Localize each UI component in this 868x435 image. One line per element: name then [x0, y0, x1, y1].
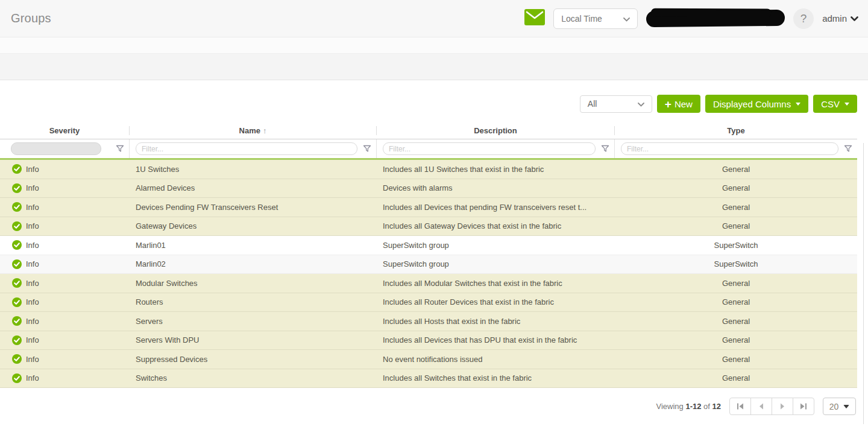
cell-description: Includes all Modular Switches that exist… — [377, 279, 615, 288]
viewing-summary: Viewing 1-12 of 12 — [656, 402, 721, 411]
funnel-icon[interactable] — [116, 145, 124, 153]
column-header-name[interactable]: Name↑ — [130, 126, 377, 135]
cell-name: Suppressed Devices — [130, 355, 377, 364]
caret-down-icon — [796, 103, 800, 106]
cell-description: Includes all Switches that exist in the … — [377, 373, 615, 383]
filter-cell-description — [377, 139, 615, 158]
cell-name: Alarmed Devices — [130, 183, 377, 192]
user-name: admin — [822, 13, 847, 24]
cell-type: SuperSwitch — [615, 241, 857, 250]
table-row[interactable]: Info Servers Includes all Hosts that exi… — [0, 312, 857, 331]
table-row[interactable]: Info Marlin02 SuperSwitch group SuperSwi… — [0, 255, 857, 275]
cell-description: Includes all 1U Switches that exist in t… — [377, 165, 615, 174]
cell-description: Includes all Router Devices that exist i… — [377, 297, 615, 306]
page-header: Groups Local Time ? admin — [0, 0, 868, 37]
check-circle-icon — [12, 202, 22, 212]
cell-name: 1U Switches — [130, 165, 377, 174]
cell-type: General — [615, 165, 857, 174]
table-body: Info 1U Switches Includes all 1U Switche… — [0, 158, 857, 388]
filter-cell-type — [615, 139, 857, 158]
next-page-button[interactable] — [772, 398, 793, 415]
cell-description: Includes all Devices that has DPU that e… — [377, 335, 615, 345]
check-circle-icon — [12, 221, 22, 231]
cell-name: Servers With DPU — [130, 335, 377, 345]
new-button[interactable]: + New — [657, 95, 700, 113]
cell-type: General — [615, 355, 857, 364]
cell-severity: Info — [0, 240, 130, 250]
table-row[interactable]: Info Switches Includes all Switches that… — [0, 369, 857, 389]
plus-icon: + — [665, 98, 671, 110]
funnel-icon[interactable] — [844, 145, 852, 153]
funnel-icon[interactable] — [363, 145, 371, 153]
table-row[interactable]: Info Suppressed Devices No event notific… — [0, 350, 857, 369]
cell-name: Marlin01 — [130, 241, 377, 250]
cell-name: Devices Pending FW Transceivers Reset — [130, 203, 377, 212]
severity-label: Info — [26, 259, 39, 268]
severity-label: Info — [26, 165, 39, 174]
csv-button-label: CSV — [821, 99, 840, 109]
viewing-range: 1-12 — [685, 402, 701, 411]
timezone-value: Local Time — [561, 14, 602, 24]
cell-name: Servers — [130, 317, 377, 326]
table-row[interactable]: Info Routers Includes all Router Devices… — [0, 293, 857, 313]
funnel-icon[interactable] — [601, 145, 609, 153]
table-row[interactable]: Info Modular Switches Includes all Modul… — [0, 274, 857, 293]
cell-type: General — [615, 373, 857, 383]
viewing-total: 12 — [712, 402, 721, 411]
first-page-button[interactable] — [729, 398, 751, 415]
mail-button[interactable] — [524, 9, 545, 28]
envelope-icon — [524, 9, 545, 28]
severity-filter-input[interactable] — [11, 142, 101, 155]
table-row[interactable]: Info Gateway Devices Includes all Gatewa… — [0, 217, 857, 237]
cell-description: SuperSwitch group — [377, 241, 615, 250]
help-button[interactable]: ? — [793, 8, 814, 29]
table-row[interactable]: Info Servers With DPU Includes all Devic… — [0, 331, 857, 351]
user-menu[interactable]: admin — [822, 13, 858, 24]
check-circle-icon — [12, 373, 22, 383]
column-header-type[interactable]: Type — [615, 126, 857, 135]
column-header-description[interactable]: Description — [377, 126, 615, 135]
cell-severity: Info — [0, 221, 130, 231]
last-page-button[interactable] — [793, 398, 814, 415]
table-row[interactable]: Info Devices Pending FW Transceivers Res… — [0, 198, 857, 217]
cell-name: Marlin02 — [130, 259, 377, 268]
page-size-select[interactable]: 20 — [823, 398, 856, 415]
check-circle-icon — [12, 259, 22, 269]
severity-label: Info — [26, 221, 39, 230]
cell-type: General — [615, 279, 857, 288]
cell-severity: Info — [0, 278, 130, 288]
chevron-down-icon — [851, 13, 858, 24]
type-filter-input[interactable] — [621, 142, 838, 155]
csv-button[interactable]: CSV — [813, 95, 857, 113]
column-header-severity[interactable]: Severity — [0, 126, 130, 135]
prev-page-button[interactable] — [750, 398, 772, 415]
cell-name: Switches — [130, 373, 377, 383]
cell-description: Includes all Hosts that exist in the fab… — [377, 317, 615, 326]
severity-label: Info — [26, 203, 39, 212]
table-row[interactable]: Info 1U Switches Includes all 1U Switche… — [0, 160, 857, 179]
cell-type: General — [615, 221, 857, 230]
table-row[interactable]: Info Marlin01 SuperSwitch group SuperSwi… — [0, 236, 857, 255]
filter-cell-name — [130, 139, 377, 158]
severity-label: Info — [26, 241, 39, 250]
severity-label: Info — [26, 317, 39, 326]
group-type-filter-select[interactable]: All — [580, 95, 652, 113]
table-filter-row — [0, 139, 857, 158]
cell-name: Modular Switches — [130, 279, 377, 288]
cell-description: No event notifications issued — [377, 355, 615, 364]
pagination-bar: Viewing 1-12 of 12 20 — [0, 388, 868, 415]
table-row[interactable]: Info Alarmed Devices Devices with alarms… — [0, 179, 857, 198]
name-filter-input[interactable] — [136, 142, 357, 155]
page-size-value: 20 — [829, 402, 839, 411]
check-circle-icon — [12, 316, 22, 326]
description-filter-input[interactable] — [383, 142, 596, 155]
page-title: Groups — [11, 11, 51, 25]
check-circle-icon — [12, 354, 22, 364]
scrollbar-track[interactable] — [863, 143, 864, 424]
displayed-columns-button[interactable]: Displayed Columns — [705, 95, 808, 113]
groups-page-content: All + New Displayed Columns CSV Severity — [0, 80, 868, 434]
check-circle-icon — [12, 335, 22, 345]
first-page-icon — [737, 403, 744, 410]
question-icon: ? — [800, 12, 807, 25]
timezone-select[interactable]: Local Time — [553, 8, 638, 29]
